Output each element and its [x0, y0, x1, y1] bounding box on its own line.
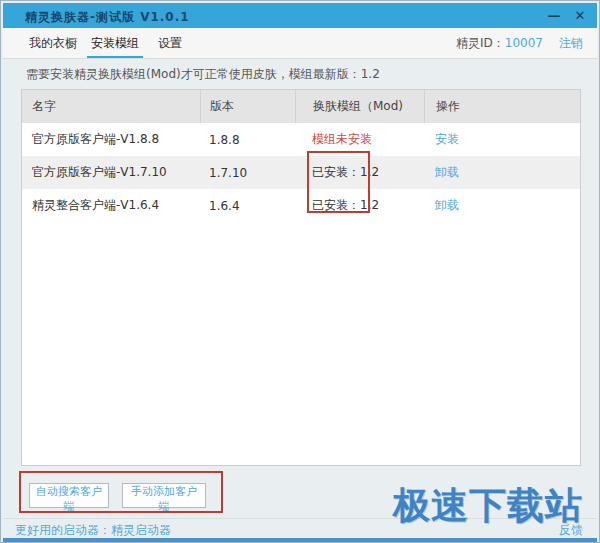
client-name: 精灵整合客户端-V1.6.4: [22, 197, 200, 214]
manual-add-client-button[interactable]: 手动添加客户端: [122, 483, 206, 508]
client-name: 官方原版客户端-V1.7.10: [22, 164, 200, 181]
column-header-name: 名字: [22, 98, 200, 115]
watermark: 极速下载站: [393, 481, 583, 531]
user-id-label: 精灵ID：: [456, 36, 505, 50]
client-table: 名字 版本 换肤模组（Mod) 操作 官方原版客户端-V1.8.8 1.8.8 …: [21, 89, 581, 466]
column-header-action: 操作: [424, 90, 580, 123]
tab-bar: 我的衣橱 安装模组 设置 精灵ID：10007注销: [3, 28, 597, 59]
uninstall-link[interactable]: 卸载: [435, 165, 459, 179]
minimize-icon[interactable]: —: [543, 3, 565, 28]
mod-status: 已安装：1.2: [295, 164, 424, 181]
app-window: 精灵换肤器-测试版 V1.0.1 — ✕ 我的衣橱 安装模组 设置 精灵ID：1…: [0, 0, 600, 543]
client-name: 官方原版客户端-V1.8.8: [22, 131, 200, 148]
table-row: 精灵整合客户端-V1.6.4 1.6.4 已安装：1.2 卸载: [22, 189, 580, 222]
launcher-promo-link[interactable]: 更好用的启动器：精灵启动器: [15, 522, 171, 539]
mod-status: 已安装：1.2: [295, 197, 424, 214]
column-header-version: 版本: [200, 90, 295, 123]
column-header-mod: 换肤模组（Mod): [295, 90, 424, 123]
table-header-row: 名字 版本 换肤模组（Mod) 操作: [22, 90, 580, 123]
close-icon[interactable]: ✕: [569, 3, 591, 28]
table-row: 官方原版客户端-V1.8.8 1.8.8 模组未安装 安装: [22, 123, 580, 156]
notice-text: 需要安装精灵换肤模组(Mod)才可正常使用皮肤，模组最新版：1.2: [26, 66, 380, 83]
window-title: 精灵换肤器-测试版 V1.0.1: [25, 10, 190, 24]
titlebar: 精灵换肤器-测试版 V1.0.1 — ✕: [3, 3, 597, 28]
install-link[interactable]: 安装: [435, 132, 459, 146]
tab-my-wardrobe[interactable]: 我的衣橱: [25, 28, 81, 58]
client-version: 1.8.8: [200, 133, 295, 147]
client-version: 1.6.4: [200, 199, 295, 213]
logout-link[interactable]: 注销: [559, 36, 583, 50]
table-row: 官方原版客户端-V1.7.10 1.7.10 已安装：1.2 卸载: [22, 156, 580, 189]
uninstall-link[interactable]: 卸载: [435, 198, 459, 212]
mod-status: 模组未安装: [295, 131, 424, 148]
auto-search-client-button[interactable]: 自动搜索客户端: [29, 483, 109, 508]
user-id-value: 10007: [505, 36, 543, 50]
client-version: 1.7.10: [200, 166, 295, 180]
tab-install-mod[interactable]: 安装模组: [87, 28, 143, 58]
account-area: 精灵ID：10007注销: [456, 28, 583, 58]
window-bottom-edge: [3, 538, 597, 542]
tab-settings[interactable]: 设置: [153, 28, 187, 58]
